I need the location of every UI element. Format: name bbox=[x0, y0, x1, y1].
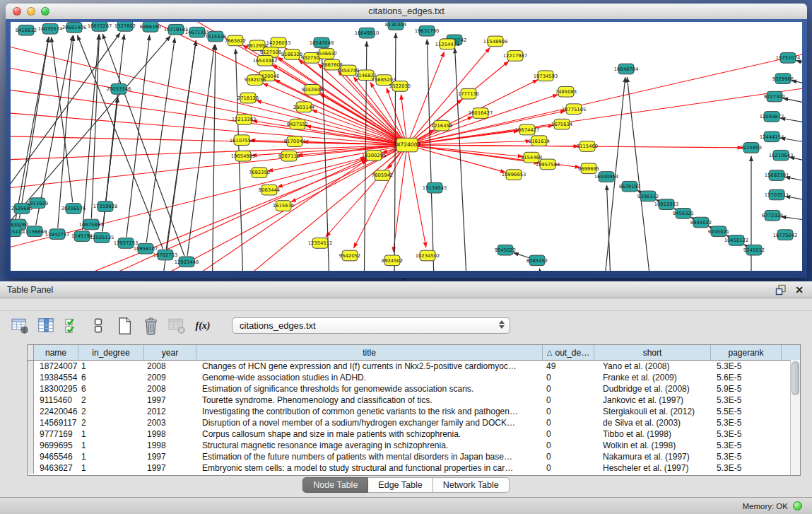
cell-in_degree[interactable]: 6 bbox=[78, 372, 144, 383]
graph-node[interactable]: 1161614 bbox=[529, 136, 550, 146]
network-view-window[interactable]: citations_edges.txt 84166321403557420691… bbox=[6, 4, 807, 278]
column-header-year[interactable]: year bbox=[144, 345, 196, 360]
cell-in_degree[interactable]: 1 bbox=[78, 462, 144, 474]
graph-node[interactable]: 13942757 bbox=[45, 229, 70, 240]
citation-edge-red[interactable] bbox=[401, 95, 406, 139]
cell-title[interactable]: Investigating the contribution of common… bbox=[196, 406, 543, 417]
table-row[interactable]: 969969511998Structural magnetic resonanc… bbox=[28, 440, 800, 451]
cell-year[interactable]: 2009 bbox=[144, 372, 196, 383]
table-scrollbar[interactable] bbox=[790, 360, 800, 475]
table-row[interactable]: 946554611997Estimation of the future num… bbox=[28, 451, 800, 462]
citation-edge-red[interactable] bbox=[11, 136, 401, 145]
graph-node[interactable]: 8924502 bbox=[382, 255, 403, 266]
graph-node[interactable]: 19734593 bbox=[534, 71, 558, 81]
graph-node[interactable]: 7605942 bbox=[372, 170, 393, 181]
graph-node[interactable]: 1675634 bbox=[551, 119, 572, 129]
column-header-title[interactable]: title bbox=[196, 345, 543, 360]
column-header-out_de[interactable]: △out_de… bbox=[543, 345, 594, 360]
citation-edge-black[interactable] bbox=[539, 269, 548, 271]
cell-title[interactable]: Embryonic stem cells: a model to study s… bbox=[196, 462, 543, 474]
graph-node[interactable]: 9545022 bbox=[495, 245, 516, 255]
graph-node[interactable]: 9215953 bbox=[741, 143, 762, 153]
delete-column-button[interactable] bbox=[141, 316, 160, 336]
citation-edge-red[interactable] bbox=[11, 65, 401, 144]
graph-node[interactable]: 12217987 bbox=[503, 51, 528, 62]
cell-title[interactable]: Changes of HCN gene expression and I(f) … bbox=[196, 361, 543, 372]
graph-node[interactable]: 2803144 bbox=[293, 102, 314, 112]
function-builder-button[interactable]: f(x) bbox=[193, 316, 213, 336]
citation-edge-black[interactable] bbox=[783, 98, 802, 106]
graph-node[interactable]: 9208312 bbox=[637, 191, 659, 201]
graph-node[interactable]: 9154469 bbox=[521, 152, 542, 163]
memory-status-indicator-icon[interactable] bbox=[793, 501, 802, 510]
graph-node[interactable]: 9542052 bbox=[339, 250, 360, 261]
graph-node[interactable]: 6466160 bbox=[140, 22, 161, 32]
cell-pagerank[interactable]: 5.3E-5 bbox=[711, 395, 782, 406]
citation-edge-black[interactable] bbox=[19, 37, 49, 218]
cell-out_de[interactable]: 0 bbox=[543, 428, 594, 440]
graph-node[interactable]: 14035574 bbox=[38, 23, 63, 34]
citation-edge-red[interactable] bbox=[408, 151, 426, 247]
network-canvas[interactable]: 8416632140355742069140610653287152760264… bbox=[11, 22, 802, 271]
graph-node[interactable]: 15692391 bbox=[765, 170, 789, 181]
citation-edge-black[interactable] bbox=[36, 35, 73, 225]
cell-title[interactable]: Corpus callosum shape and size in male p… bbox=[196, 428, 543, 440]
cell-out_de[interactable]: 0 bbox=[543, 440, 594, 451]
cell-title[interactable]: Estimation of significance thresholds fo… bbox=[196, 383, 543, 395]
graph-node[interactable]: 16107554 bbox=[230, 135, 254, 146]
cell-year[interactable]: 1997 bbox=[144, 462, 196, 474]
cell-short[interactable]: Wolkin et al. (1998) bbox=[594, 440, 711, 451]
cell-out_de[interactable]: 0 bbox=[543, 462, 594, 474]
cell-out_de[interactable]: 0 bbox=[543, 406, 594, 417]
graph-node[interactable]: 12444154 bbox=[760, 132, 784, 142]
cell-pagerank[interactable]: 5.3E-5 bbox=[711, 462, 782, 474]
graph-node[interactable]: 15134545 bbox=[423, 182, 447, 193]
graph-node[interactable]: 18775105 bbox=[562, 104, 587, 115]
cell-short[interactable]: Yano et al. (2008) bbox=[594, 361, 711, 372]
graph-node[interactable]: 1913929 bbox=[27, 198, 48, 209]
graph-node[interactable]: 20206576 bbox=[61, 204, 86, 214]
graph-node[interactable]: 10653287 bbox=[88, 22, 112, 31]
table-row[interactable]: 1872400712008Changes of HCN gene express… bbox=[28, 361, 800, 372]
citation-edge-black[interactable] bbox=[58, 36, 73, 228]
graph-node[interactable]: 18724007 bbox=[394, 138, 421, 152]
graph-node[interactable]: 19631790 bbox=[415, 25, 440, 36]
table-row[interactable]: 977716911998Corpus callosum shape and si… bbox=[28, 428, 800, 440]
cell-name[interactable]: 18300295 bbox=[34, 383, 78, 395]
graph-node[interactable]: 9115460 bbox=[577, 141, 598, 152]
graph-node[interactable]: 7485083 bbox=[555, 86, 577, 97]
close-button[interactable] bbox=[13, 7, 21, 16]
column-header-pagerank[interactable]: pagerank bbox=[711, 345, 782, 360]
cell-in_degree[interactable]: 2 bbox=[78, 406, 144, 417]
graph-node[interactable]: 10996953 bbox=[502, 170, 526, 180]
delete-table-button[interactable] bbox=[167, 316, 187, 336]
graph-node[interactable]: 8679197 bbox=[619, 181, 640, 192]
graph-node[interactable]: 8267110 bbox=[278, 151, 300, 161]
cell-pagerank[interactable]: 5.3E-5 bbox=[711, 451, 782, 462]
cell-short[interactable]: Nakamura et al. (1997) bbox=[594, 451, 711, 462]
cell-year[interactable]: 1997 bbox=[144, 451, 196, 462]
cell-in_degree[interactable]: 2 bbox=[78, 395, 144, 406]
graph-node[interactable]: 9329966 bbox=[772, 74, 794, 84]
graph-node[interactable]: 9227342 bbox=[764, 91, 785, 102]
table-row[interactable]: 1938455462009Genome-wide association stu… bbox=[28, 372, 800, 383]
cell-name[interactable]: 9115460 bbox=[34, 395, 78, 406]
citation-edge-black[interactable] bbox=[212, 45, 216, 271]
cell-short[interactable]: de Silva et al. (2003) bbox=[594, 417, 711, 428]
graph-node[interactable]: 9245021 bbox=[708, 226, 729, 237]
cell-name[interactable]: 22420046 bbox=[34, 406, 78, 417]
graph-node[interactable]: 9450321 bbox=[673, 209, 694, 219]
graph-node[interactable]: 16210643 bbox=[769, 150, 794, 160]
citation-edge-black[interactable] bbox=[427, 39, 435, 271]
graph-node[interactable]: 14226053 bbox=[266, 37, 291, 48]
cell-out_de[interactable]: 0 bbox=[543, 383, 594, 395]
cell-short[interactable]: Stergiakouli et al. (2012) bbox=[594, 406, 711, 417]
table-mode-button[interactable] bbox=[10, 316, 30, 336]
table-row[interactable]: 2242004622012Investigating the contribut… bbox=[28, 406, 800, 417]
cell-pagerank[interactable]: 5.5E-5 bbox=[711, 406, 782, 417]
tab-node-table[interactable]: Node Table bbox=[302, 477, 368, 493]
citation-edge-red[interactable] bbox=[326, 150, 403, 237]
cell-pagerank[interactable]: 5.3E-5 bbox=[711, 361, 782, 372]
column-header-short[interactable]: short bbox=[594, 345, 711, 360]
graph-node[interactable]: 2718126 bbox=[237, 93, 259, 103]
